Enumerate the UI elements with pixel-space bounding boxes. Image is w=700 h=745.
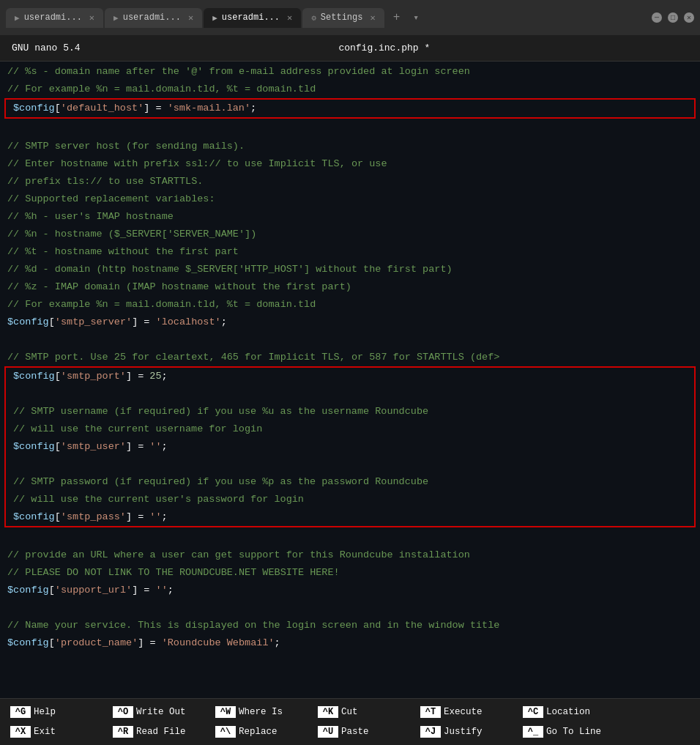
- code-line-20: // SMTP password (if required) if you us…: [6, 473, 694, 491]
- label-gotoline: Go To Line: [546, 727, 601, 737]
- highlighted-smtp-block: $config['smtp_port'] = 25; // SMTP usern…: [4, 366, 696, 527]
- code-line-27: $config['product_name'] = 'Roundcube Web…: [0, 634, 700, 652]
- key-gotoline: ^_: [523, 726, 543, 738]
- label-paste: Paste: [341, 727, 369, 737]
- shortcut-whereis[interactable]: ^W Where Is: [211, 705, 313, 719]
- code-line-14: $config['smtp_server'] = 'localhost';: [0, 314, 700, 331]
- key-location: ^C: [523, 706, 543, 718]
- window-controls: ─ □ ✕: [652, 12, 694, 23]
- code-line-25: $config['support_url'] = '';: [0, 582, 700, 599]
- shortcut-exit[interactable]: ^X Exit: [6, 724, 108, 739]
- tab-2-close[interactable]: ✕: [188, 12, 193, 23]
- code-line-17: // SMTP username (if required) if you us…: [6, 403, 694, 420]
- code-line-1: // %s - domain name after the '@' from e…: [0, 63, 700, 81]
- label-whereis: Where Is: [239, 707, 283, 717]
- key-whereis: ^W: [215, 706, 236, 718]
- blank-5: [0, 529, 700, 546]
- shortcut-gotoline[interactable]: ^_ Go To Line: [518, 724, 621, 739]
- label-cut: Cut: [341, 707, 358, 717]
- label-execute: Execute: [444, 707, 483, 717]
- settings-icon: ⚙: [311, 13, 316, 23]
- code-line-21: // will use the current user's password …: [6, 491, 694, 508]
- key-execute: ^T: [420, 706, 441, 718]
- tab-3-close[interactable]: ✕: [287, 12, 292, 23]
- key-writeout: ^O: [113, 706, 133, 718]
- maximize-button[interactable]: □: [668, 12, 678, 23]
- shortcut-readfile[interactable]: ^R Read File: [108, 724, 211, 739]
- app-name: GNU nano 5.4: [12, 42, 81, 53]
- code-line-13: // For example %n = mail.domain.tld, %t …: [0, 296, 700, 314]
- blank-6: [0, 599, 700, 617]
- highlighted-default-host: $config['default_host'] = 'smk-mail.lan'…: [4, 98, 696, 119]
- code-line-12: // %z - IMAP domain (IMAP hostname witho…: [0, 278, 700, 296]
- close-button[interactable]: ✕: [684, 12, 694, 23]
- label-replace: Replace: [239, 727, 278, 737]
- nano-shortcuts: ^G Help ^O Write Out ^W Where Is ^K Cut …: [0, 698, 700, 745]
- key-replace: ^\: [215, 726, 236, 738]
- code-line-18: // will use the current username for log…: [6, 420, 694, 438]
- label-help: Help: [34, 707, 56, 717]
- terminal-icon-3: ▶: [212, 13, 217, 23]
- label-location: Location: [546, 707, 590, 717]
- label-writeout: Write Out: [136, 707, 186, 717]
- label-exit: Exit: [34, 727, 56, 737]
- tab-2[interactable]: ▶ useradmi... ✕: [105, 8, 202, 28]
- key-justify: ^J: [420, 726, 441, 738]
- key-cut: ^K: [318, 706, 338, 718]
- tab-1-label: useradmi...: [24, 12, 82, 23]
- code-line-16: $config['smtp_port'] = 25;: [6, 368, 694, 385]
- shortcut-row-1: ^G Help ^O Write Out ^W Where Is ^K Cut …: [6, 705, 694, 719]
- shortcut-justify[interactable]: ^J Justify: [416, 724, 518, 739]
- titlebar: ▶ useradmi... ✕ ▶ useradmi... ✕ ▶ userad…: [0, 0, 700, 35]
- editor-statusbar: GNU nano 5.4 config.inc.php *: [0, 35, 700, 62]
- minimize-button[interactable]: ─: [652, 12, 662, 23]
- key-readfile: ^R: [113, 726, 133, 738]
- code-line-11: // %d - domain (http hostname $_SERVER['…: [0, 261, 700, 278]
- shortcut-cut[interactable]: ^K Cut: [313, 705, 416, 719]
- blank-1: [0, 120, 700, 138]
- label-justify: Justify: [444, 727, 483, 737]
- code-line-4: // SMTP server host (for sending mails).: [0, 138, 700, 155]
- key-paste: ^U: [318, 726, 338, 738]
- tab-3-label: useradmi...: [222, 12, 280, 23]
- new-tab-button[interactable]: +: [386, 7, 408, 29]
- tab-1[interactable]: ▶ useradmi... ✕: [6, 8, 103, 28]
- code-line-22: $config['smtp_pass'] = '';: [6, 508, 694, 526]
- shortcut-writeout[interactable]: ^O Write Out: [108, 705, 211, 719]
- tab-2-label: useradmi...: [123, 12, 181, 23]
- tab-3[interactable]: ▶ useradmi... ✕: [204, 8, 301, 28]
- blank-2: [0, 331, 700, 349]
- code-line-19: $config['smtp_user'] = '';: [6, 438, 694, 456]
- tab-settings-label: Settings: [321, 12, 363, 23]
- filename: config.inc.php *: [81, 42, 688, 53]
- shortcut-replace[interactable]: ^\ Replace: [211, 724, 313, 739]
- blank-3: [6, 385, 694, 403]
- shortcut-row-2: ^X Exit ^R Read File ^\ Replace ^U Paste…: [6, 724, 694, 739]
- code-line-8: // %h - user's IMAP hostname: [0, 208, 700, 226]
- key-exit: ^X: [10, 726, 31, 738]
- code-line-6: // prefix tls:// to use STARTTLS.: [0, 173, 700, 190]
- tab-settings[interactable]: ⚙ Settings ✕: [302, 8, 384, 28]
- shortcut-location[interactable]: ^C Location: [518, 705, 621, 719]
- code-line-24: // PLEASE DO NOT LINK TO THE ROUNDCUBE.N…: [0, 564, 700, 582]
- code-line-5: // Enter hostname with prefix ssl:// to …: [0, 155, 700, 173]
- label-readfile: Read File: [136, 727, 186, 737]
- terminal-icon-2: ▶: [113, 13, 119, 23]
- terminal-icon-1: ▶: [15, 13, 20, 23]
- tabs-dropdown[interactable]: ▾: [407, 7, 425, 28]
- editor-content: // %s - domain name after the '@' from e…: [0, 62, 700, 698]
- key-help: ^G: [10, 706, 31, 718]
- code-line-9: // %n - hostname ($_SERVER['SERVER_NAME'…: [0, 226, 700, 243]
- code-line-2: // For example %n = mail.domain.tld, %t …: [0, 81, 700, 98]
- blank-4: [6, 456, 694, 473]
- code-line-3: $config['default_host'] = 'smk-mail.lan'…: [6, 100, 694, 117]
- shortcut-execute[interactable]: ^T Execute: [416, 705, 518, 719]
- code-line-23: // provide an URL where a user can get s…: [0, 546, 700, 564]
- code-line-26: // Name your service. This is displayed …: [0, 617, 700, 634]
- code-line-10: // %t - hostname without the first part: [0, 243, 700, 261]
- tab-1-close[interactable]: ✕: [89, 12, 94, 23]
- tab-settings-close[interactable]: ✕: [370, 12, 375, 23]
- shortcut-paste[interactable]: ^U Paste: [313, 724, 416, 739]
- code-line-15: // SMTP port. Use 25 for cleartext, 465 …: [0, 349, 700, 366]
- shortcut-help[interactable]: ^G Help: [6, 705, 108, 719]
